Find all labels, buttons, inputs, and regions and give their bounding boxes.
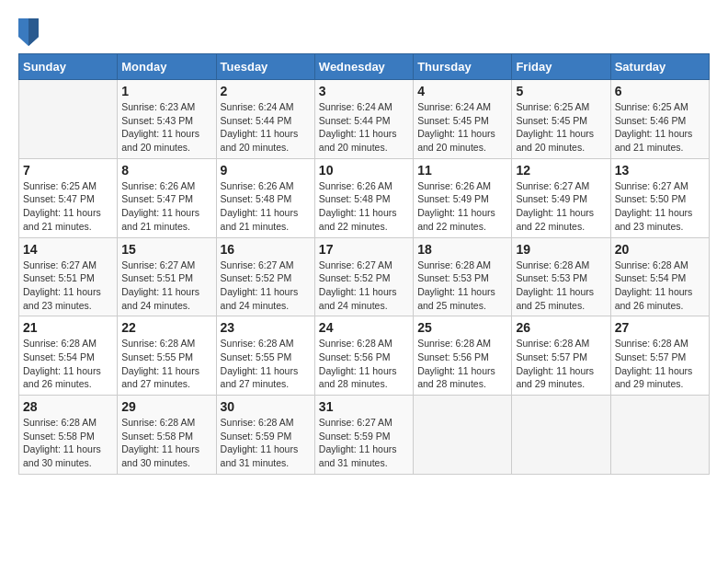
day-number: 4: [417, 84, 507, 98]
day-info: Sunrise: 6:28 AM Sunset: 5:54 PM Dayligh…: [23, 337, 113, 391]
day-number: 20: [615, 242, 705, 257]
day-info: Sunrise: 6:23 AM Sunset: 5:43 PM Dayligh…: [121, 100, 211, 155]
day-number: 25: [417, 320, 507, 335]
calendar-week-row: 14Sunrise: 6:27 AM Sunset: 5:51 PM Dayli…: [19, 237, 710, 316]
day-info: Sunrise: 6:25 AM Sunset: 5:47 PM Dayligh…: [23, 179, 113, 234]
calendar-body: 1Sunrise: 6:23 AM Sunset: 5:43 PM Daylig…: [19, 80, 710, 475]
day-number: 28: [23, 399, 113, 414]
calendar-cell: 8Sunrise: 6:26 AM Sunset: 5:47 PM Daylig…: [118, 158, 216, 237]
day-info: Sunrise: 6:26 AM Sunset: 5:47 PM Dayligh…: [121, 179, 211, 234]
day-number: 10: [319, 163, 409, 178]
day-number: 23: [221, 320, 311, 335]
calendar-cell: 15Sunrise: 6:27 AM Sunset: 5:51 PM Dayli…: [118, 237, 216, 316]
calendar-cell: 19Sunrise: 6:28 AM Sunset: 5:53 PM Dayli…: [512, 237, 610, 316]
calendar-cell: 31Sunrise: 6:27 AM Sunset: 5:59 PM Dayli…: [314, 396, 413, 475]
calendar-cell: 13Sunrise: 6:27 AM Sunset: 5:50 PM Dayli…: [610, 158, 709, 237]
calendar-table: SundayMondayTuesdayWednesdayThursdayFrid…: [18, 53, 710, 475]
day-number: 13: [615, 163, 705, 178]
calendar-cell: [414, 396, 512, 475]
calendar-cell: 27Sunrise: 6:28 AM Sunset: 5:57 PM Dayli…: [610, 316, 709, 396]
day-number: 19: [516, 242, 606, 257]
calendar-header: SundayMondayTuesdayWednesdayThursdayFrid…: [19, 54, 710, 80]
day-number: 6: [615, 84, 705, 98]
day-info: Sunrise: 6:28 AM Sunset: 5:53 PM Dayligh…: [417, 259, 507, 313]
calendar-cell: 22Sunrise: 6:28 AM Sunset: 5:55 PM Dayli…: [118, 316, 216, 396]
day-info: Sunrise: 6:28 AM Sunset: 5:56 PM Dayligh…: [319, 337, 409, 391]
day-info: Sunrise: 6:28 AM Sunset: 5:56 PM Dayligh…: [417, 337, 507, 391]
day-number: 24: [319, 320, 409, 335]
day-number: 11: [417, 163, 507, 178]
calendar-cell: 28Sunrise: 6:28 AM Sunset: 5:58 PM Dayli…: [19, 396, 118, 475]
calendar-cell: [19, 80, 118, 159]
day-info: Sunrise: 6:27 AM Sunset: 5:52 PM Dayligh…: [221, 259, 311, 313]
calendar-cell: 3Sunrise: 6:24 AM Sunset: 5:44 PM Daylig…: [314, 80, 413, 159]
logo-icon: [18, 18, 37, 44]
day-info: Sunrise: 6:27 AM Sunset: 5:51 PM Dayligh…: [23, 259, 113, 313]
day-info: Sunrise: 6:27 AM Sunset: 5:50 PM Dayligh…: [615, 179, 705, 234]
day-info: Sunrise: 6:27 AM Sunset: 5:52 PM Dayligh…: [319, 259, 409, 313]
day-number: 12: [516, 163, 606, 178]
day-number: 21: [23, 320, 113, 335]
day-info: Sunrise: 6:27 AM Sunset: 5:49 PM Dayligh…: [516, 179, 606, 234]
calendar-week-row: 28Sunrise: 6:28 AM Sunset: 5:58 PM Dayli…: [19, 396, 710, 475]
calendar-cell: [512, 396, 610, 475]
calendar-cell: 5Sunrise: 6:25 AM Sunset: 5:45 PM Daylig…: [512, 80, 610, 159]
calendar-cell: 24Sunrise: 6:28 AM Sunset: 5:56 PM Dayli…: [314, 316, 413, 396]
day-number: 15: [121, 242, 211, 257]
day-info: Sunrise: 6:28 AM Sunset: 5:59 PM Dayligh…: [221, 416, 311, 470]
calendar-cell: 16Sunrise: 6:27 AM Sunset: 5:52 PM Dayli…: [216, 237, 314, 316]
day-number: 14: [23, 242, 113, 257]
calendar-cell: 12Sunrise: 6:27 AM Sunset: 5:49 PM Dayli…: [512, 158, 610, 237]
day-info: Sunrise: 6:27 AM Sunset: 5:51 PM Dayligh…: [121, 259, 211, 313]
day-of-week-header: Saturday: [610, 54, 709, 80]
day-number: 26: [516, 320, 606, 335]
calendar-week-row: 1Sunrise: 6:23 AM Sunset: 5:43 PM Daylig…: [19, 80, 710, 159]
day-number: 18: [417, 242, 507, 257]
day-info: Sunrise: 6:28 AM Sunset: 5:55 PM Dayligh…: [221, 337, 311, 391]
calendar-cell: 1Sunrise: 6:23 AM Sunset: 5:43 PM Daylig…: [118, 80, 216, 159]
calendar-cell: 18Sunrise: 6:28 AM Sunset: 5:53 PM Dayli…: [414, 237, 512, 316]
day-number: 3: [319, 84, 409, 98]
day-info: Sunrise: 6:24 AM Sunset: 5:45 PM Dayligh…: [417, 100, 507, 155]
day-info: Sunrise: 6:28 AM Sunset: 5:54 PM Dayligh…: [615, 259, 705, 313]
calendar-cell: 6Sunrise: 6:25 AM Sunset: 5:46 PM Daylig…: [610, 80, 709, 159]
day-of-week-header: Sunday: [19, 54, 118, 80]
day-number: 30: [221, 399, 311, 414]
calendar-cell: 9Sunrise: 6:26 AM Sunset: 5:48 PM Daylig…: [216, 158, 314, 237]
day-info: Sunrise: 6:25 AM Sunset: 5:46 PM Dayligh…: [615, 100, 705, 155]
day-info: Sunrise: 6:26 AM Sunset: 5:48 PM Dayligh…: [319, 179, 409, 234]
calendar-cell: 11Sunrise: 6:26 AM Sunset: 5:49 PM Dayli…: [414, 158, 512, 237]
day-of-week-header: Thursday: [414, 54, 512, 80]
calendar-cell: [610, 396, 709, 475]
day-number: 7: [23, 163, 113, 178]
calendar-cell: 26Sunrise: 6:28 AM Sunset: 5:57 PM Dayli…: [512, 316, 610, 396]
calendar-cell: 29Sunrise: 6:28 AM Sunset: 5:58 PM Dayli…: [118, 396, 216, 475]
calendar-cell: 20Sunrise: 6:28 AM Sunset: 5:54 PM Dayli…: [610, 237, 709, 316]
logo: [18, 18, 40, 44]
calendar-week-row: 7Sunrise: 6:25 AM Sunset: 5:47 PM Daylig…: [19, 158, 710, 237]
day-number: 29: [121, 399, 211, 414]
calendar-cell: 4Sunrise: 6:24 AM Sunset: 5:45 PM Daylig…: [414, 80, 512, 159]
day-number: 31: [319, 399, 409, 414]
day-number: 8: [121, 163, 211, 178]
day-of-week-header: Monday: [118, 54, 216, 80]
calendar-cell: 23Sunrise: 6:28 AM Sunset: 5:55 PM Dayli…: [216, 316, 314, 396]
calendar-cell: 30Sunrise: 6:28 AM Sunset: 5:59 PM Dayli…: [216, 396, 314, 475]
day-info: Sunrise: 6:28 AM Sunset: 5:58 PM Dayligh…: [121, 416, 211, 470]
day-number: 1: [121, 84, 211, 98]
day-info: Sunrise: 6:26 AM Sunset: 5:49 PM Dayligh…: [417, 179, 507, 234]
day-info: Sunrise: 6:28 AM Sunset: 5:57 PM Dayligh…: [615, 337, 705, 391]
day-number: 2: [221, 84, 311, 98]
calendar-cell: 17Sunrise: 6:27 AM Sunset: 5:52 PM Dayli…: [314, 237, 413, 316]
calendar-cell: 7Sunrise: 6:25 AM Sunset: 5:47 PM Daylig…: [19, 158, 118, 237]
day-info: Sunrise: 6:28 AM Sunset: 5:53 PM Dayligh…: [516, 259, 606, 313]
day-info: Sunrise: 6:24 AM Sunset: 5:44 PM Dayligh…: [319, 100, 409, 155]
day-of-week-header: Tuesday: [216, 54, 314, 80]
calendar-cell: 10Sunrise: 6:26 AM Sunset: 5:48 PM Dayli…: [314, 158, 413, 237]
day-info: Sunrise: 6:27 AM Sunset: 5:59 PM Dayligh…: [319, 416, 409, 470]
calendar-cell: 25Sunrise: 6:28 AM Sunset: 5:56 PM Dayli…: [414, 316, 512, 396]
day-number: 9: [221, 163, 311, 178]
calendar-cell: 21Sunrise: 6:28 AM Sunset: 5:54 PM Dayli…: [19, 316, 118, 396]
day-info: Sunrise: 6:24 AM Sunset: 5:44 PM Dayligh…: [221, 100, 311, 155]
day-of-week-header: Friday: [512, 54, 610, 80]
